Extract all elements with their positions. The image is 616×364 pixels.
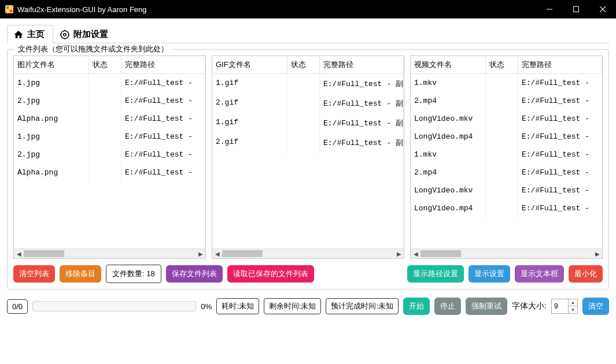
table-row[interactable]: 2.gifE:/#Full_test - 副: [212, 133, 404, 153]
table-row[interactable]: 1.jpgE:/#Full_test -: [14, 128, 205, 146]
table-row[interactable]: 1.gifE:/#Full_test - 副: [212, 74, 404, 94]
scroll-right-icon[interactable]: ▶: [394, 249, 404, 259]
progress-count: 0/0: [7, 299, 28, 314]
cell-status: [287, 74, 320, 94]
cell-path: E:/#Full_test -: [518, 92, 602, 110]
cell-path: E:/#Full_test -: [121, 146, 205, 164]
scroll-left-icon[interactable]: ◀: [212, 249, 222, 259]
cell-path: E:/#Full_test -: [518, 164, 602, 181]
window-minimize-button[interactable]: [536, 0, 563, 18]
cell-name: 1.jpg: [14, 128, 89, 146]
group-title: 文件列表（您可以拖拽文件或文件夹到此处）: [14, 44, 172, 54]
video-col-status[interactable]: 状态: [486, 56, 518, 74]
font-size-input[interactable]: 9 ▲ ▼: [551, 299, 578, 314]
image-table[interactable]: 图片文件名 状态 完整路径 1.jpgE:/#Full_test -2.jpgE…: [13, 55, 206, 259]
table-row[interactable]: 1.mkvE:/#Full_test -: [411, 146, 602, 164]
window-close-button[interactable]: [589, 0, 616, 18]
image-col-path[interactable]: 完整路径: [121, 56, 205, 74]
cell-status: [486, 128, 518, 146]
table-row[interactable]: 2.mp4E:/#Full_test -: [411, 92, 602, 110]
spin-up-icon[interactable]: ▲: [568, 299, 577, 306]
cell-name: Alpha.png: [14, 164, 89, 181]
video-col-path[interactable]: 完整路径: [518, 56, 602, 74]
show-path-button[interactable]: 显示路径设置: [407, 265, 464, 283]
spin-down-icon[interactable]: ▼: [568, 306, 577, 313]
stop-button[interactable]: 停止: [434, 298, 461, 315]
table-row[interactable]: LongVideo.mp4E:/#Full_test -: [411, 199, 602, 217]
table-row[interactable]: 2.gifE:/#Full_test - 副: [212, 94, 404, 113]
table-row[interactable]: LongVideo.mkvE:/#Full_test -: [411, 110, 602, 128]
show-textbox-button[interactable]: 显示文本框: [515, 265, 564, 283]
progress-bar: [32, 301, 196, 311]
gif-col-status[interactable]: 状态: [287, 56, 320, 74]
file-count: 文件数量: 18: [106, 265, 161, 283]
elapsed-time: 耗时:未知: [216, 298, 259, 314]
svg-point-8: [64, 33, 67, 36]
cell-path: E:/#Full_test -: [518, 146, 602, 164]
cell-name: 2.mp4: [411, 92, 486, 110]
minimize-button[interactable]: 最小化: [569, 265, 603, 283]
tab-home-label: 主页: [27, 29, 45, 40]
remove-entry-button[interactable]: 移除条目: [60, 265, 101, 283]
image-col-name[interactable]: 图片文件名: [14, 56, 89, 74]
table-row[interactable]: 2.jpgE:/#Full_test -: [14, 146, 205, 164]
table-row[interactable]: 1.jpgE:/#Full_test -: [14, 74, 205, 92]
video-col-name[interactable]: 视频文件名: [411, 56, 486, 74]
gif-hscrollbar[interactable]: ◀ ▶: [212, 248, 404, 258]
window-maximize-button[interactable]: [563, 0, 589, 18]
cell-path: E:/#Full_test -: [121, 164, 205, 181]
table-row[interactable]: 1.gifE:/#Full_test - 副: [212, 113, 404, 133]
cell-status: [89, 110, 121, 128]
scroll-left-icon[interactable]: ◀: [14, 249, 24, 259]
table-row[interactable]: LongVideo.mkvE:/#Full_test -: [411, 181, 602, 199]
cell-status: [486, 164, 518, 181]
cell-name: 1.mkv: [411, 74, 486, 92]
cell-path: E:/#Full_test -: [518, 74, 602, 92]
tab-settings-label: 附加设置: [73, 29, 108, 40]
gif-col-path[interactable]: 完整路径: [320, 56, 404, 74]
cell-path: E:/#Full_test - 副: [320, 74, 404, 94]
video-table[interactable]: 视频文件名 状态 完整路径 1.mkvE:/#Full_test -2.mp4E…: [410, 55, 603, 259]
cell-name: 2.jpg: [14, 146, 89, 164]
table-row[interactable]: 2.jpgE:/#Full_test -: [14, 92, 205, 110]
cell-status: [89, 74, 121, 92]
gif-col-name[interactable]: GIF文件名: [212, 56, 287, 74]
table-row[interactable]: Alpha.pngE:/#Full_test -: [14, 164, 205, 181]
clear-list-button[interactable]: 清空列表: [13, 265, 55, 283]
tab-settings[interactable]: 附加设置: [53, 25, 117, 43]
show-settings-button[interactable]: 显示设置: [469, 265, 510, 283]
scroll-right-icon[interactable]: ▶: [196, 249, 205, 259]
save-list-button[interactable]: 保存文件列表: [166, 265, 223, 283]
start-button[interactable]: 开始: [403, 298, 430, 315]
cell-status: [486, 92, 518, 110]
cell-name: 2.gif: [212, 94, 287, 113]
clear-button[interactable]: 清空: [582, 298, 609, 315]
home-icon: [13, 29, 24, 40]
video-hscrollbar[interactable]: ◀ ▶: [411, 248, 602, 258]
cell-status: [89, 128, 121, 146]
table-row[interactable]: Alpha.pngE:/#Full_test -: [14, 110, 205, 128]
cell-name: 2.gif: [212, 133, 287, 153]
app-icon: [5, 5, 14, 14]
cell-status: [486, 110, 518, 128]
cell-status: [486, 146, 518, 164]
tab-home[interactable]: 主页: [7, 25, 53, 43]
scroll-right-icon[interactable]: ▶: [592, 249, 602, 259]
table-row[interactable]: 1.mkvE:/#Full_test -: [411, 74, 602, 92]
table-row[interactable]: 2.mp4E:/#Full_test -: [411, 164, 602, 181]
svg-rect-1: [6, 6, 9, 9]
cell-path: E:/#Full_test -: [518, 110, 602, 128]
table-row[interactable]: LongVideo.mp4E:/#Full_test -: [411, 128, 602, 146]
cell-name: LongVideo.mkv: [411, 110, 486, 128]
cell-name: 1.gif: [212, 74, 287, 94]
gif-table[interactable]: GIF文件名 状态 完整路径 1.gifE:/#Full_test - 副2.g…: [212, 55, 404, 259]
image-hscrollbar[interactable]: ◀ ▶: [14, 248, 205, 258]
cell-name: Alpha.png: [14, 110, 89, 128]
load-list-button[interactable]: 读取已保存的文件列表: [227, 265, 314, 283]
force-retry-button[interactable]: 强制重试: [466, 298, 507, 315]
font-size-label: 字体大小:: [512, 301, 547, 311]
cell-status: [89, 92, 121, 110]
scroll-left-icon[interactable]: ◀: [411, 249, 420, 259]
svg-point-7: [61, 31, 69, 39]
image-col-status[interactable]: 状态: [89, 56, 121, 74]
